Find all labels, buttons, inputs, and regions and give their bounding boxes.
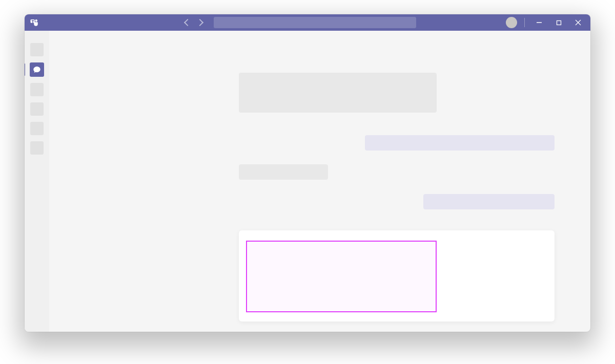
svg-rect-1 xyxy=(557,20,561,25)
main-area xyxy=(25,31,590,332)
rail-item-teams[interactable] xyxy=(30,83,44,96)
app-rail xyxy=(25,31,49,332)
history-nav xyxy=(185,20,202,25)
message-bubble-other xyxy=(239,73,437,113)
back-icon[interactable] xyxy=(184,19,191,26)
message-bubble-other xyxy=(239,164,328,180)
maximize-button[interactable] xyxy=(551,15,566,30)
rail-item-chat[interactable] xyxy=(30,62,44,77)
rail-item-activity[interactable] xyxy=(30,43,44,56)
chat-content xyxy=(49,31,590,332)
title-bar-right xyxy=(506,15,585,30)
close-button[interactable] xyxy=(571,15,585,30)
title-bar-left xyxy=(30,18,181,27)
rail-item-files[interactable] xyxy=(30,141,44,155)
teams-logo-icon xyxy=(30,18,39,27)
search-input[interactable] xyxy=(214,17,416,28)
avatar[interactable] xyxy=(506,17,517,28)
chat-icon xyxy=(33,66,41,74)
forward-icon[interactable] xyxy=(196,19,203,26)
message-bubble-me xyxy=(365,135,555,151)
divider xyxy=(524,18,525,27)
teams-app-window xyxy=(25,14,590,332)
rail-item-calendar[interactable] xyxy=(30,102,44,116)
compose-highlight[interactable] xyxy=(246,241,437,312)
minimize-button[interactable] xyxy=(532,15,546,30)
title-bar xyxy=(25,14,590,31)
rail-item-calls[interactable] xyxy=(30,122,44,135)
message-bubble-me xyxy=(423,194,555,209)
